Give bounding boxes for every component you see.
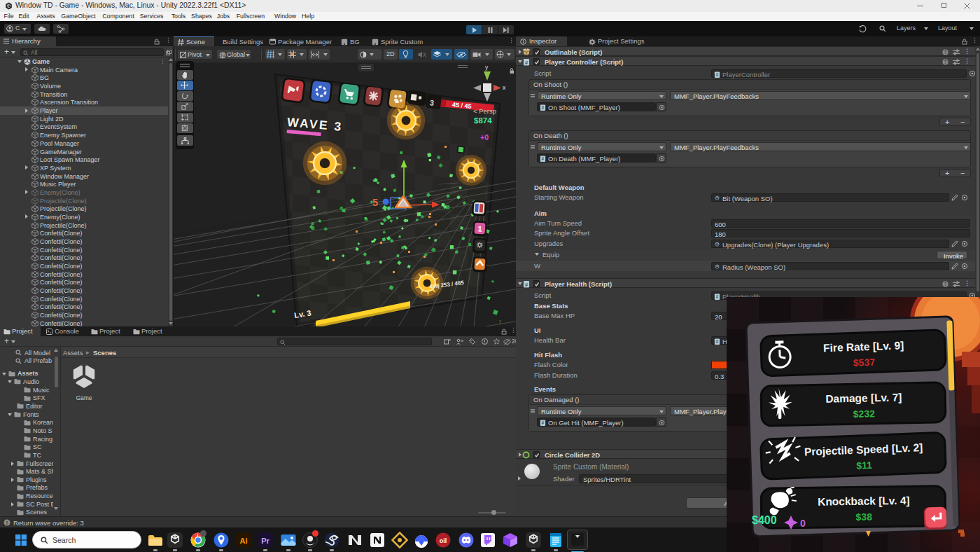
svg-text:$11: $11: [856, 460, 872, 471]
svg-text:+0: +0: [480, 133, 489, 142]
svg-text:< Persp: < Persp: [473, 107, 496, 115]
svg-text:?: ?: [944, 282, 947, 287]
svg-text:Pr: Pr: [261, 537, 270, 545]
svg-text:$537: $537: [853, 357, 876, 368]
svg-text:⁝: ⁝: [499, 319, 501, 325]
svg-text:Damage [Lv. 7]: Damage [Lv. 7]: [825, 391, 902, 404]
svg-text:$232: $232: [853, 408, 876, 420]
svg-text:Ai: Ai: [240, 537, 248, 545]
svg-text:$38: $38: [855, 511, 872, 523]
svg-text:!: !: [6, 520, 8, 526]
svg-text:1: 1: [477, 224, 482, 233]
svg-text:oil: oil: [440, 537, 447, 544]
svg-text:$874: $874: [474, 116, 492, 125]
svg-text:?: ?: [944, 50, 947, 55]
svg-text:Knockback [Lv. 4]: Knockback [Lv. 4]: [818, 495, 910, 508]
svg-text:?: ?: [944, 60, 947, 64]
svg-text:$400: $400: [752, 514, 777, 526]
svg-text:0: 0: [800, 518, 806, 529]
svg-text:5: 5: [372, 197, 378, 208]
